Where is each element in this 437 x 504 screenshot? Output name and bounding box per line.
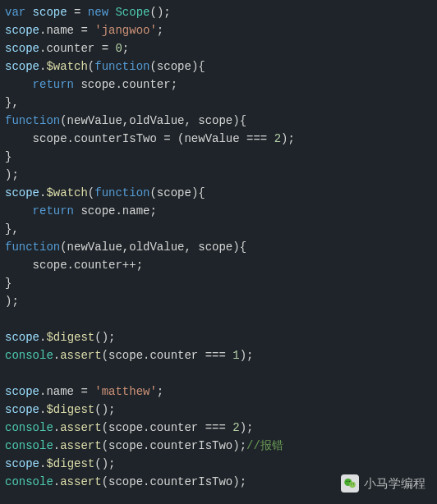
punc: .name =	[39, 385, 94, 398]
punc: (scope){	[150, 186, 205, 199]
method-digest: $digest	[46, 403, 94, 416]
comment: //报错	[246, 439, 283, 452]
punc: scope.name;	[74, 204, 157, 218]
ident: scope	[5, 385, 39, 398]
ident-scope: scope	[25, 6, 74, 19]
number: 2	[274, 132, 281, 145]
method-watch: $watch	[46, 186, 87, 199]
method-watch: $watch	[46, 60, 87, 73]
number: 2	[232, 421, 239, 434]
ident: scope	[5, 24, 39, 37]
punc: scope.counter++;	[33, 259, 143, 272]
punc: (scope.counterIsTwo);	[102, 439, 246, 452]
punc: (scope.counter ===	[102, 421, 233, 434]
number: 0	[115, 42, 122, 55]
punc: .counter =	[39, 42, 115, 55]
punc: (newValue,oldValue, scope){	[60, 114, 246, 127]
punc: },	[5, 96, 19, 109]
punc: ;	[157, 24, 163, 37]
svg-point-2	[347, 481, 347, 482]
punc: }	[5, 150, 12, 163]
method-assert: assert	[60, 439, 101, 452]
console: console	[5, 439, 53, 452]
punc: .	[53, 439, 60, 452]
keyword-function: function	[5, 241, 60, 254]
ident: scope	[5, 331, 39, 344]
punc: ();	[94, 403, 115, 416]
punc: scope.counterIsTwo = (newValue ===	[33, 132, 274, 145]
punc: );	[240, 421, 254, 434]
keyword-function: function	[5, 114, 60, 127]
indent	[5, 78, 33, 91]
punc: .	[53, 349, 60, 362]
ident: scope	[5, 457, 39, 470]
punc: },	[5, 222, 19, 236]
punc: .name =	[39, 24, 94, 37]
svg-point-4	[351, 483, 352, 484]
punc: ;	[157, 385, 163, 398]
ident: scope	[5, 186, 39, 199]
method-digest: $digest	[46, 331, 94, 344]
punc: (scope.counter ===	[102, 349, 233, 362]
punc: .	[53, 475, 60, 488]
svg-point-1	[349, 482, 356, 488]
keyword-return: return	[33, 78, 74, 91]
punc: ();	[150, 6, 170, 19]
punc: (scope){	[150, 60, 205, 73]
keyword-new: new	[88, 6, 108, 19]
indent	[5, 132, 33, 145]
punc: .	[53, 421, 60, 434]
console: console	[5, 421, 53, 434]
type-scope: Scope	[115, 6, 150, 19]
punc: (newValue,oldValue, scope){	[60, 241, 246, 254]
ident: scope	[5, 42, 39, 55]
number: 1	[232, 349, 239, 362]
punc: ();	[94, 331, 115, 344]
keyword-var: var	[5, 6, 25, 19]
watermark: 小马学编程	[341, 474, 426, 493]
punc: (	[88, 60, 94, 73]
string: 'jangwoo'	[94, 24, 157, 37]
console: console	[5, 349, 53, 362]
method-assert: assert	[60, 421, 101, 434]
indent	[5, 204, 33, 218]
punc: );	[5, 168, 19, 181]
code-block: var scope = new Scope(); scope.name = 'j…	[0, 0, 437, 494]
keyword-return: return	[33, 204, 74, 218]
method-digest: $digest	[46, 457, 94, 470]
punc: );	[5, 295, 19, 308]
punc: ();	[94, 457, 115, 470]
keyword-function: function	[94, 186, 150, 199]
punc: );	[240, 349, 254, 362]
punc: (scope.counterIsTwo);	[102, 475, 246, 488]
method-assert: assert	[60, 349, 101, 362]
svg-point-5	[353, 483, 354, 484]
punc: =	[74, 6, 88, 19]
wechat-icon	[341, 474, 359, 493]
method-assert: assert	[60, 475, 101, 488]
punc: scope.counter;	[74, 78, 177, 91]
punc: (	[88, 186, 94, 199]
string: 'matthew'	[94, 385, 157, 398]
ident: scope	[5, 403, 39, 416]
punc: );	[281, 132, 295, 145]
keyword-function: function	[94, 60, 150, 73]
svg-point-3	[349, 481, 350, 482]
ident: scope	[5, 60, 39, 73]
console: console	[5, 475, 53, 488]
watermark-text: 小马学编程	[364, 474, 426, 493]
punc: }	[5, 277, 12, 290]
punc: ;	[122, 42, 129, 55]
indent	[5, 259, 33, 272]
